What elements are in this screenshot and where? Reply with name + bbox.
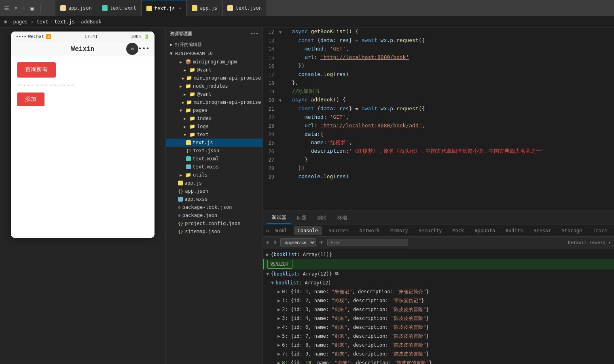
clear-console-icon[interactable]: ⊘ xyxy=(266,240,269,245)
file-text-wxss[interactable]: text.wxss xyxy=(166,163,263,171)
console-text: 6: {id: 8, name: "剑来", description: "陈皮皮… xyxy=(282,341,429,349)
tab-output[interactable]: 编出 xyxy=(312,212,332,224)
expand-arrow[interactable]: ▼ xyxy=(266,270,269,278)
tab-storage[interactable]: Storage xyxy=(558,226,586,235)
phone-nav-dots[interactable]: ••• xyxy=(138,45,150,53)
file-package-lock[interactable]: ⚙ package-lock.json xyxy=(166,203,263,211)
console-line-0: ▶ 0: {id: 1, name: "朱雀记", description: "… xyxy=(263,287,614,296)
wxss-icon xyxy=(178,197,183,202)
expand-arrow[interactable]: ▶ xyxy=(277,332,280,340)
query-button[interactable]: 查询所有 xyxy=(17,62,56,78)
folder-node-modules[interactable]: ▶ 📁 node_modules xyxy=(166,82,263,90)
file-sitemap[interactable]: {} sitemap.json xyxy=(166,227,263,236)
devtools-icon1[interactable]: ⊟ xyxy=(266,228,269,234)
line-number: 19 xyxy=(263,87,279,96)
file-text-json[interactable]: {} text.json xyxy=(166,147,263,155)
tab-memory[interactable]: Memory xyxy=(386,226,412,235)
tree-label: miniprogram_npm xyxy=(193,59,237,65)
phone-battery: 100% 🔋 xyxy=(131,34,150,39)
add-button[interactable]: 添加 xyxy=(17,93,44,106)
copy-icon[interactable]: ⧉ xyxy=(335,270,339,278)
tab-console[interactable]: Console xyxy=(294,226,322,235)
tab-wxml[interactable]: Wxml xyxy=(271,226,291,235)
file-app-js[interactable]: app.js xyxy=(166,179,263,187)
fold-arrow[interactable]: ▼ xyxy=(279,96,286,105)
folder-api-promise1[interactable]: ▶ 📁 miniprogram-api-promise xyxy=(166,74,263,82)
toolbar-icon-git[interactable]: ⑃ xyxy=(22,5,25,11)
line-content: const {data: res} = await wx.p.request({ xyxy=(286,105,614,113)
phone-panel: •••• WeChat 📶 17:41 100% 🔋 Weixin ••• ⊙ … xyxy=(0,27,166,364)
folder-utils[interactable]: ▶ 📁 utils xyxy=(166,171,263,179)
tab-sensor[interactable]: Sensor xyxy=(529,226,555,235)
file-project-config[interactable]: {} project.config.json xyxy=(166,219,263,227)
phone-wifi-icon: 📶 xyxy=(46,34,51,39)
pause-icon[interactable]: ⏸ xyxy=(272,240,277,245)
tab-terminal[interactable]: 终端 xyxy=(332,212,352,224)
expand-arrow[interactable]: ▶ xyxy=(266,251,269,258)
folder-vant2[interactable]: ▶ 📁 @vant xyxy=(166,90,263,98)
file-app-json[interactable]: {} app.json xyxy=(166,187,263,195)
tab-debug[interactable]: 调试器 xyxy=(267,212,291,224)
toolbar-icon-menu[interactable]: ☰ xyxy=(4,5,9,11)
tab-mock[interactable]: Mock xyxy=(448,226,468,235)
tab-sources[interactable]: Sources xyxy=(324,226,353,235)
expand-arrow[interactable]: ▶ xyxy=(277,341,280,349)
line-content: const {data: res} = await wx.p.request({ xyxy=(286,36,614,44)
expand-arrow[interactable]: ▶ xyxy=(277,350,280,358)
json-icon xyxy=(60,5,66,11)
tab-text-json[interactable]: text.json xyxy=(222,0,267,16)
expand-arrow[interactable]: ▶ xyxy=(277,297,280,304)
expand-arrow[interactable]: ▶ xyxy=(277,315,280,322)
fold-arrow[interactable]: ▼ xyxy=(279,27,286,36)
tab-trace[interactable]: Trace xyxy=(589,226,611,235)
project-title[interactable]: ▼ MINIPROGRAM-10 xyxy=(166,49,263,58)
file-package-json[interactable]: ⚙ package.json xyxy=(166,211,263,219)
tree-more-icon[interactable]: ••• xyxy=(250,31,258,36)
phone-record-btn[interactable]: ⊙ xyxy=(126,43,138,55)
default-levels[interactable]: Default levels ▾ xyxy=(568,240,611,245)
code-editor[interactable]: 12 ▼ async getBooKList() { 13 const {dat… xyxy=(263,27,614,210)
toolbar-separator xyxy=(40,4,41,12)
tab-security[interactable]: Security xyxy=(415,226,446,235)
folder-icon: ▼ xyxy=(182,132,188,137)
toolbar-icon-search[interactable]: ⌕ xyxy=(14,5,17,11)
open-editors-title[interactable]: ▶ 打开的编辑器 xyxy=(166,40,263,49)
folder-logs[interactable]: ▶ 📁 logs xyxy=(166,122,263,130)
line-number: 24 xyxy=(263,130,279,139)
file-app-wxss[interactable]: app.wxss xyxy=(166,195,263,203)
tab-network[interactable]: Network xyxy=(356,226,384,235)
line-number: 23 xyxy=(263,122,279,130)
tab-problems[interactable]: 问题 xyxy=(292,212,311,224)
filter-input[interactable] xyxy=(327,239,408,246)
folder-api-promise2[interactable]: ▶ 📁 miniprogram-api-promise xyxy=(166,98,263,106)
folder-miniprogram-npm[interactable]: ▶ 📦 miniprogram_npm xyxy=(166,58,263,66)
eye-icon[interactable]: 👁 xyxy=(319,240,324,245)
toolbar-icon-box[interactable]: ▣ xyxy=(30,5,34,11)
expand-arrow[interactable]: ▶ xyxy=(277,288,280,295)
folder-pages[interactable]: ▼ 📁 pages xyxy=(166,106,263,114)
folder-icon: ▶ xyxy=(182,99,184,105)
top-toolbar: ☰ ⌕ ⑃ ▣ app.json text.wxml text.js ✕ app… xyxy=(0,0,614,16)
folder-vant1[interactable]: ▶ 📁 @vant xyxy=(166,66,263,74)
line-arrow xyxy=(279,130,286,131)
expand-arrow[interactable]: ▶ xyxy=(277,306,280,313)
expand-arrow[interactable]: ▼ xyxy=(271,279,274,286)
tab-app-js[interactable]: app.js xyxy=(187,0,222,16)
expand-arrow[interactable]: ▶ xyxy=(277,324,280,331)
folder-index[interactable]: ▶ 📁 index xyxy=(166,114,263,122)
breadcrumb-file: text.js xyxy=(54,19,75,25)
text-folder-icon: 📁 xyxy=(189,132,195,137)
tab-text-js[interactable]: text.js ✕ xyxy=(142,0,187,16)
tab-app-json[interactable]: app.json xyxy=(55,0,97,16)
file-text-js[interactable]: text.js xyxy=(166,139,263,147)
folder-text[interactable]: ▼ 📁 text xyxy=(166,130,263,139)
console-line-booklist12: ▼ {booklist: Array(12)} ⧉ xyxy=(263,269,614,278)
tab-close-icon[interactable]: ✕ xyxy=(179,6,182,11)
expand-arrow[interactable]: ▶ xyxy=(277,359,280,364)
tab-audits[interactable]: Audits xyxy=(502,226,527,235)
file-text-wxml[interactable]: text.wxml xyxy=(166,155,263,163)
service-select[interactable]: appservice xyxy=(280,238,316,246)
tab-appdata[interactable]: AppData xyxy=(470,226,499,235)
tab-text-wxml[interactable]: text.wxml xyxy=(97,0,142,16)
code-line-12: 12 ▼ async getBooKList() { xyxy=(263,27,614,36)
